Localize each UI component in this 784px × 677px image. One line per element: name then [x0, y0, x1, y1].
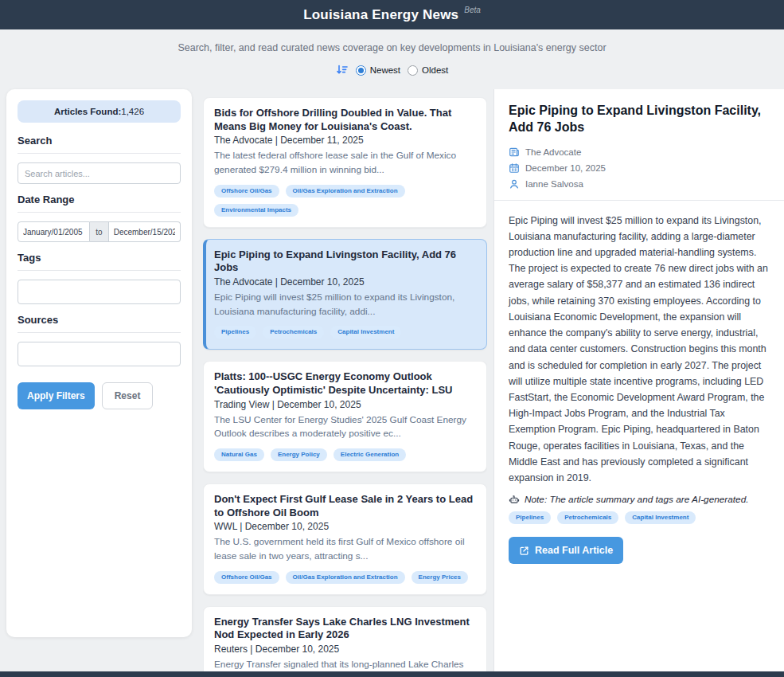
- tags-heading: Tags: [18, 252, 181, 264]
- tag-chip: Oil/Gas Exploration and Extraction: [286, 571, 405, 584]
- read-full-article-label: Read Full Article: [535, 545, 613, 556]
- filters-sidebar: Articles Found:1,426 Search Date Range t…: [6, 89, 192, 637]
- sources-heading: Sources: [18, 314, 181, 326]
- tag-chip: Petrochemicals: [263, 326, 324, 338]
- newspaper-icon: [509, 147, 520, 158]
- articles-found-label: Articles Found:: [54, 107, 121, 116]
- tag-chip: Environmental Impacts: [214, 204, 298, 217]
- article-tags: Offshore Oil/Gas Oil/Gas Exploration and…: [214, 571, 476, 584]
- detail-author-row: Ianne Salvosa: [509, 178, 770, 190]
- divider: [494, 200, 784, 201]
- tag-chip: Capital Investment: [625, 511, 696, 524]
- article-title: Energy Transfer Says Lake Charles LNG In…: [214, 616, 476, 642]
- app-subtitle: Search, filter, and read curated news co…: [0, 42, 784, 53]
- article-tags: Offshore Oil/Gas Oil/Gas Exploration and…: [214, 185, 476, 217]
- tag-chip: Pipelines: [509, 511, 551, 524]
- article-title: Platts: 100--USGC Energy Economy Outlook…: [214, 370, 476, 397]
- tag-chip: Energy Policy: [271, 448, 327, 461]
- radio-selected-icon[interactable]: [356, 65, 366, 76]
- sort-newest-label: Newest: [370, 65, 400, 75]
- tag-chip: Capital Investment: [330, 326, 401, 338]
- tag-chip: Natural Gas: [214, 448, 264, 461]
- article-summary: The LSU Center for Energy Studies' 2025 …: [214, 413, 476, 441]
- article-title: Bids for Offshore Drilling Doubled in Va…: [214, 107, 476, 133]
- articles-found-value: 1,426: [121, 107, 144, 116]
- article-summary: Energy Transfer signaled that its long-p…: [214, 658, 476, 671]
- sort-newest-radio[interactable]: Newest: [356, 65, 400, 76]
- tag-chip: Offshore Oil/Gas: [214, 571, 279, 584]
- article-card[interactable]: Platts: 100--USGC Energy Economy Outlook…: [203, 361, 487, 472]
- article-title: Don't Expect First Gulf Lease Sale in 2 …: [214, 493, 476, 519]
- article-summary: Epic Piping will invest $25 million to e…: [214, 291, 476, 319]
- detail-body: Epic Piping will invest $25 million to e…: [509, 213, 770, 487]
- article-summary: The latest federal offshore lease sale i…: [214, 149, 476, 177]
- detail-author: Ianne Salvosa: [525, 179, 583, 189]
- robot-icon: [509, 494, 520, 505]
- app-header: Louisiana Energy News Beta: [0, 0, 784, 29]
- ai-note-row: Note: The article summary and tags are A…: [509, 494, 770, 505]
- beta-badge: Beta: [464, 6, 481, 14]
- detail-source-row: The Advocate: [509, 147, 770, 158]
- external-link-icon: [519, 546, 529, 556]
- divider: [18, 212, 181, 213]
- article-card-selected[interactable]: Epic Piping to Expand Livingston Facilit…: [203, 239, 487, 350]
- article-list: Bids for Offshore Drilling Doubled in Va…: [203, 89, 487, 671]
- article-source-date: Trading View | December 10, 2025: [214, 399, 476, 410]
- detail-title: Epic Piping to Expand Livingston Facilit…: [509, 103, 770, 136]
- search-input[interactable]: [18, 162, 181, 184]
- footer-bar: [0, 671, 784, 677]
- article-source-date: WWL | December 10, 2025: [214, 521, 476, 532]
- detail-tags: Pipelines Petrochemicals Capital Investm…: [509, 511, 770, 524]
- article-card[interactable]: Energy Transfer Says Lake Charles LNG In…: [203, 606, 487, 672]
- divider: [18, 153, 181, 154]
- sort-controls: Newest Oldest: [0, 64, 784, 76]
- article-card[interactable]: Bids for Offshore Drilling Doubled in Va…: [203, 97, 487, 228]
- article-source-date: The Advocate | December 10, 2025: [214, 276, 476, 288]
- sort-descending-icon: [336, 64, 349, 76]
- articles-found-badge: Articles Found:1,426: [18, 100, 181, 123]
- article-source-date: Reuters | December 10, 2025: [214, 644, 476, 655]
- date-range-heading: Date Range: [18, 194, 181, 205]
- app-title: Louisiana Energy News: [303, 7, 458, 23]
- article-summary: The U.S. government held its first Gulf …: [214, 535, 476, 563]
- reset-button[interactable]: Reset: [102, 382, 154, 409]
- date-from-input[interactable]: [18, 221, 90, 242]
- date-to-input[interactable]: [109, 221, 181, 242]
- detail-source: The Advocate: [525, 147, 581, 157]
- date-range-group: to: [18, 221, 181, 242]
- detail-date: December 10, 2025: [525, 163, 606, 173]
- ai-note-text: Note: The article summary and tags are A…: [525, 494, 749, 505]
- detail-date-row: December 10, 2025: [509, 162, 770, 174]
- article-title: Epic Piping to Expand Livingston Facilit…: [214, 248, 476, 275]
- read-full-article-button[interactable]: Read Full Article: [509, 537, 623, 564]
- divider: [18, 332, 181, 333]
- divider: [18, 270, 181, 271]
- sources-input[interactable]: [18, 342, 181, 366]
- tag-chip: Petrochemicals: [557, 511, 618, 524]
- article-tags: Pipelines Petrochemicals Capital Investm…: [214, 326, 476, 338]
- calendar-icon: [509, 162, 520, 174]
- tag-chip: Pipelines: [214, 326, 256, 338]
- sort-oldest-label: Oldest: [422, 65, 448, 75]
- tag-chip: Offshore Oil/Gas: [214, 185, 279, 198]
- tag-chip: Oil/Gas Exploration and Extraction: [286, 185, 405, 198]
- radio-unselected-icon[interactable]: [408, 65, 418, 76]
- sort-oldest-radio[interactable]: Oldest: [408, 65, 448, 76]
- tag-chip: Energy Prices: [412, 571, 468, 584]
- filter-buttons: Apply Filters Reset: [18, 382, 181, 409]
- article-card[interactable]: Don't Expect First Gulf Lease Sale in 2 …: [203, 483, 487, 595]
- date-to-separator: to: [90, 221, 108, 242]
- article-tags: Natural Gas Energy Policy Electric Gener…: [214, 448, 476, 461]
- search-heading: Search: [18, 135, 181, 147]
- article-source-date: The Advocate | December 11, 2025: [214, 135, 476, 146]
- tag-chip: Electric Generation: [333, 448, 406, 461]
- apply-filters-button[interactable]: Apply Filters: [18, 382, 95, 409]
- person-icon: [509, 178, 520, 190]
- tags-input[interactable]: [18, 280, 181, 304]
- article-detail-panel: Epic Piping to Expand Livingston Facilit…: [493, 89, 784, 671]
